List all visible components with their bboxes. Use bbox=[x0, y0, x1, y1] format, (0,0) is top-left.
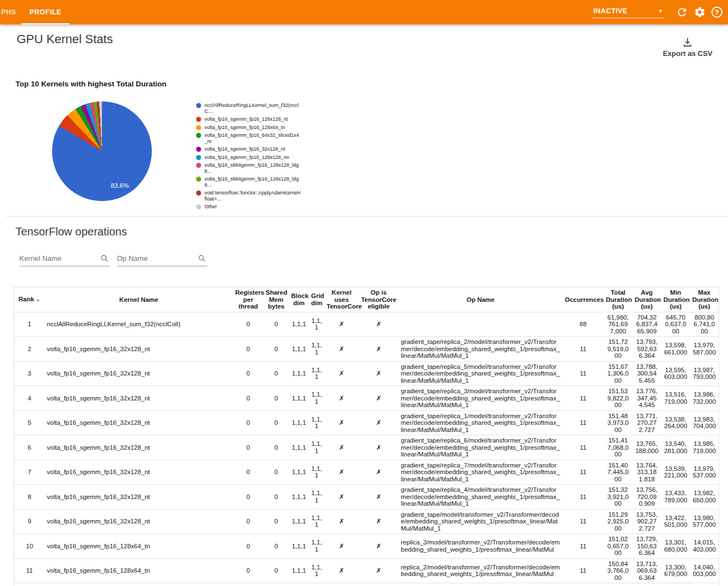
cell-rank: 4 bbox=[14, 386, 45, 411]
run-selector-dropdown[interactable]: INACTIVE ▼ bbox=[592, 6, 664, 18]
cell-min-duration-us: 13,516,719,000 bbox=[662, 386, 690, 411]
cross-icon: ✗ bbox=[376, 370, 382, 377]
cell-op-name: gradient_tape/replica_3/model/transforme… bbox=[399, 386, 563, 411]
legend-item[interactable]: volta_fp16_sgemm_fp16_128x128_nt bbox=[196, 116, 301, 122]
legend-item[interactable]: volta_fp16_sgemm_fp16_32x128_nt bbox=[196, 146, 301, 152]
cell-op-name: gradient_tape/replica_4/model/transforme… bbox=[399, 485, 563, 510]
cell-grid-dim: 1,1,1 bbox=[309, 435, 325, 460]
legend-item[interactable]: volta_fp16_s884gemm_fp16_128x128_ldg8… bbox=[196, 162, 301, 174]
cell-block-dim: 1,1,1 bbox=[289, 337, 309, 362]
column-header[interactable]: Block dim bbox=[289, 287, 309, 312]
cell-op-is-tensorcore-eligible: ✗ bbox=[359, 312, 399, 337]
cross-icon: ✗ bbox=[339, 395, 345, 402]
tab-profile[interactable]: PROFILE bbox=[22, 0, 69, 24]
help-icon[interactable]: ? bbox=[711, 7, 722, 18]
cell-rank: 10 bbox=[14, 534, 45, 559]
op-name-filter-input[interactable] bbox=[117, 252, 207, 266]
cell-min-duration-us: 645,700,637,000 bbox=[662, 312, 690, 337]
cross-icon: ✗ bbox=[376, 518, 382, 525]
cell-avg-duration-us: 13,713,069,636.364 bbox=[633, 558, 662, 583]
legend-swatch-icon bbox=[196, 133, 201, 138]
cell-shared-mem-bytes: 0 bbox=[264, 460, 289, 485]
cell-op-name bbox=[399, 312, 563, 337]
column-header[interactable]: Occurrences bbox=[563, 287, 604, 312]
export-csv-button[interactable]: Export as CSV bbox=[663, 37, 712, 58]
legend-item[interactable]: volta_fp16_sgemm_fp16_128x128_nn bbox=[196, 155, 301, 161]
cell-max-duration-us: 13,985,719,000 bbox=[690, 435, 719, 460]
legend-label: Other bbox=[204, 204, 217, 210]
cell-grid-dim: 1,1,1 bbox=[309, 509, 325, 534]
cell-total-duration-us: 151,323,921,000 bbox=[604, 485, 633, 510]
cell-registers-per-thread: 0 bbox=[233, 337, 264, 362]
column-header[interactable]: Kernel uses TensorCore bbox=[325, 287, 359, 312]
cell-shared-mem-bytes: 0 bbox=[264, 386, 289, 411]
cell-shared-mem-bytes: 0 bbox=[264, 435, 289, 460]
legend-item[interactable]: void tensorflow::functor::ApplyAdamKerne… bbox=[196, 190, 301, 202]
cell-kernel-uses-tensorcore: ✗ bbox=[325, 410, 359, 435]
cell-grid-dim: 1,1,1 bbox=[309, 460, 325, 485]
column-header[interactable]: Op Name bbox=[399, 287, 563, 312]
column-header[interactable]: Op is TensorCore eligible bbox=[359, 287, 399, 312]
cell-op-name: gradient_tape/replica_7/model/transforme… bbox=[399, 460, 563, 485]
cell-kernel-name: volta_fp16_sgemm_fp16_32x128_nt bbox=[45, 410, 233, 435]
cell-kernel-uses-tensorcore: ✗ bbox=[325, 534, 359, 559]
cell-kernel-uses-tensorcore: ✗ bbox=[325, 435, 359, 460]
cell-total-duration-us: 151,539,822,000 bbox=[604, 386, 633, 411]
column-header[interactable]: Shared Mem bytes bbox=[264, 287, 289, 312]
cell-block-dim: 1,1,1 bbox=[289, 460, 309, 485]
cross-icon: ✗ bbox=[339, 321, 345, 327]
cell-occurrences: 11 bbox=[563, 460, 604, 485]
cell-op-name: replica_3/model/transformer_v2/Transform… bbox=[399, 534, 563, 559]
gear-icon[interactable] bbox=[694, 6, 706, 18]
cell-kernel-name: ncclAllReduceRingLLKernel_sum_f32(ncclCo… bbox=[45, 312, 233, 337]
legend-item[interactable]: volta_fp16_sgemm_fp16_128x64_tn bbox=[196, 125, 301, 131]
legend-item[interactable]: Other bbox=[196, 204, 301, 210]
table-header-row: Rank▲Kernel NameRegisters per threadShar… bbox=[14, 287, 719, 312]
cell-op-name: gradient_tape/replica_6/model/transforme… bbox=[399, 435, 563, 460]
cell-block-dim: 1,1,1 bbox=[289, 386, 309, 411]
cell-block-dim: 1,1,1 bbox=[289, 485, 309, 510]
pie-chart[interactable] bbox=[52, 101, 152, 201]
table-row: 8volta_fp16_sgemm_fp16_32x128_nt001,1,11… bbox=[14, 485, 719, 510]
column-header[interactable]: Avg Duration (us) bbox=[633, 287, 662, 312]
cell-op-is-tensorcore-eligible: ✗ bbox=[359, 410, 399, 435]
column-header[interactable]: Min Duration (us) bbox=[662, 287, 690, 312]
legend-item[interactable]: ncclAllReduceRingLLKernel_sum_f32(ncclC… bbox=[196, 102, 301, 114]
cell-registers-per-thread: 0 bbox=[233, 485, 264, 510]
legend-label: volta_fp16_sgemm_fp16_64x32_sliced1x4_nt bbox=[204, 132, 301, 144]
cell-min-duration-us: 13,300,679,000 bbox=[662, 558, 690, 583]
cell-max-duration-us: 13,979,537,000 bbox=[690, 460, 719, 485]
cell-registers-per-thread: 0 bbox=[233, 583, 264, 586]
cell-block-dim: 1,1,1 bbox=[289, 583, 309, 586]
cross-icon: ✗ bbox=[376, 346, 382, 352]
cell-op-is-tensorcore-eligible: ✗ bbox=[359, 460, 399, 485]
search-icon bbox=[198, 254, 206, 263]
cell-avg-duration-us: 13,764,313,181.818 bbox=[633, 460, 662, 485]
column-header[interactable]: Rank▲ bbox=[14, 287, 45, 312]
cell-op-is-tensorcore-eligible: ✗ bbox=[359, 435, 399, 460]
cell-kernel-name: volta_fp16_sgemm_fp16_32x128_nt bbox=[45, 361, 233, 386]
column-header[interactable]: Total Duration (us) bbox=[604, 287, 633, 312]
column-header[interactable]: Registers per thread bbox=[233, 287, 264, 312]
cell-kernel-uses-tensorcore: ✗ bbox=[325, 361, 359, 386]
legend-item[interactable]: volta_fp16_s884gemm_fp16_128x128_ldg8… bbox=[196, 176, 301, 188]
refresh-icon[interactable] bbox=[676, 6, 688, 18]
cell-op-is-tensorcore-eligible: ✗ bbox=[359, 509, 399, 534]
cell-rank: 5 bbox=[14, 410, 45, 435]
table-row: 3volta_fp16_sgemm_fp16_32x128_nt001,1,11… bbox=[14, 361, 719, 386]
kernel-name-filter-input[interactable] bbox=[19, 252, 110, 266]
cell-occurrences: 11 bbox=[563, 485, 604, 510]
cell-avg-duration-us: 13,788,300,545.455 bbox=[633, 361, 662, 386]
cell-shared-mem-bytes: 0 bbox=[264, 410, 289, 435]
column-header[interactable]: Grid dim bbox=[309, 287, 325, 312]
column-header[interactable]: Max Duration (us) bbox=[690, 287, 719, 312]
cell-grid-dim: 1,1,1 bbox=[309, 337, 325, 362]
cell-op-name: replica_2/model/transformer_v2/Transform… bbox=[399, 558, 563, 583]
download-icon bbox=[682, 37, 693, 48]
legend-item[interactable]: volta_fp16_sgemm_fp16_64x32_sliced1x4_nt bbox=[196, 132, 301, 144]
cell-occurrences: 88 bbox=[563, 312, 604, 337]
cell-op-name: gradient_tape/replica_5/model/transforme… bbox=[399, 361, 563, 386]
tab-graphs[interactable]: PHS bbox=[0, 0, 22, 24]
column-header[interactable]: Kernel Name bbox=[45, 287, 233, 312]
cross-icon: ✗ bbox=[376, 469, 382, 475]
